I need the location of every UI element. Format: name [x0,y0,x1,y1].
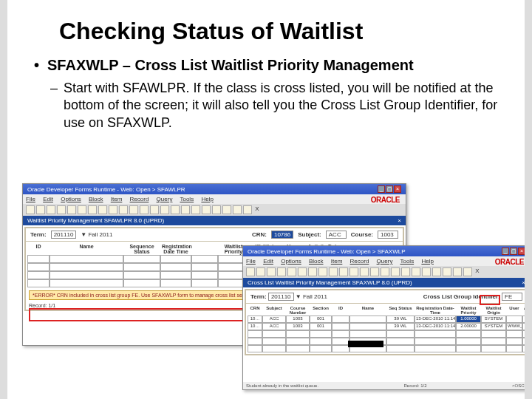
menu-edit[interactable]: Edit [43,196,53,202]
term-desc: ▼ Fall 2011 [81,231,112,238]
menu-options[interactable]: Options [281,258,301,265]
window-buttons[interactable]: _▢× [377,185,401,193]
grid-row[interactable] [248,345,525,352]
course-field[interactable]: 1003 [378,231,398,239]
menu-tools[interactable]: Tools [180,196,194,202]
menu-edit[interactable]: Edit [263,258,273,265]
term-label: Term: [30,231,47,238]
menu-block[interactable]: Block [309,258,324,265]
menu-options[interactable]: Options [61,196,81,202]
annotation-box [480,295,500,305]
window-buttons[interactable]: _▢× [501,248,525,255]
menu-help[interactable]: Help [421,258,433,265]
menu-query[interactable]: Query [377,258,393,265]
crn-field[interactable]: 10786 [271,231,293,239]
subject-field[interactable]: ACC [326,231,347,239]
toolbar[interactable]: X [23,204,406,216]
term-desc: ▼ Fall 2011 [296,293,327,300]
form-close-icon[interactable]: × [398,217,401,224]
form-title: Waitlist Priority Management SFAWLPR 8.0… [27,217,164,224]
redaction-bar [348,341,383,347]
menu-file[interactable]: File [246,258,256,265]
grid-header: CRNSubjectCourse NumberSectionIDNameSeq … [248,305,525,316]
xlist-field[interactable]: FE [502,293,522,301]
grid-row[interactable]: 10…ACC100300139 WL13-DEC-2010 11:14AM2.0… [248,323,525,330]
menu-block[interactable]: Block [89,196,103,202]
menu-query[interactable]: Query [157,196,173,202]
window-title: Oracle Developer Forms Runtime - Web: Op… [27,186,185,193]
grid-row[interactable]: 10…ACC100300139 WL13-DEC-2010 11:14AM1.0… [248,316,525,323]
crn-label: CRN: [252,231,267,238]
grid-row[interactable] [248,338,525,345]
toolbar[interactable]: X [243,266,530,278]
menu-item[interactable]: Item [111,196,123,202]
term-label: Term: [250,293,267,300]
menu-tools[interactable]: Tools [400,258,414,265]
oracle-logo: ORACLE [495,258,524,266]
window-title: Oracle Developer Forms Runtime - Web: Op… [248,248,405,255]
form-close-icon[interactable]: × [522,279,525,286]
subject-label: Subject: [298,231,321,238]
screenshot-sfaxwlp: Oracle Developer Forms Runtime - Web: Op… [242,245,531,390]
course-label: Course: [351,231,373,238]
bullet-level1: SFAXWLP – Cross List Waitlist Priority M… [34,57,502,74]
bullet-level2: Start with SFAWLPR. If the class is cros… [50,80,502,132]
menubar[interactable]: File Edit Options Block Item Record Quer… [23,194,406,204]
form-title: Cross List Waitlist Priority Management … [248,279,412,286]
menu-record[interactable]: Record [130,196,149,202]
grid-row[interactable] [248,330,525,338]
menu-help[interactable]: Help [201,196,213,202]
term-field[interactable]: 201110 [268,293,294,301]
term-field[interactable]: 201110 [51,231,77,239]
menubar[interactable]: File Edit Options Block Item Record Quer… [243,256,530,266]
menu-record[interactable]: Record [350,258,369,265]
oracle-logo: ORACLE [371,196,400,204]
slide-title: Checking Status of Waitlist [59,18,502,45]
menu-file[interactable]: File [26,196,35,202]
status-bar: Student already in the waitlist queue. R… [243,382,530,389]
menu-item[interactable]: Item [331,258,343,265]
